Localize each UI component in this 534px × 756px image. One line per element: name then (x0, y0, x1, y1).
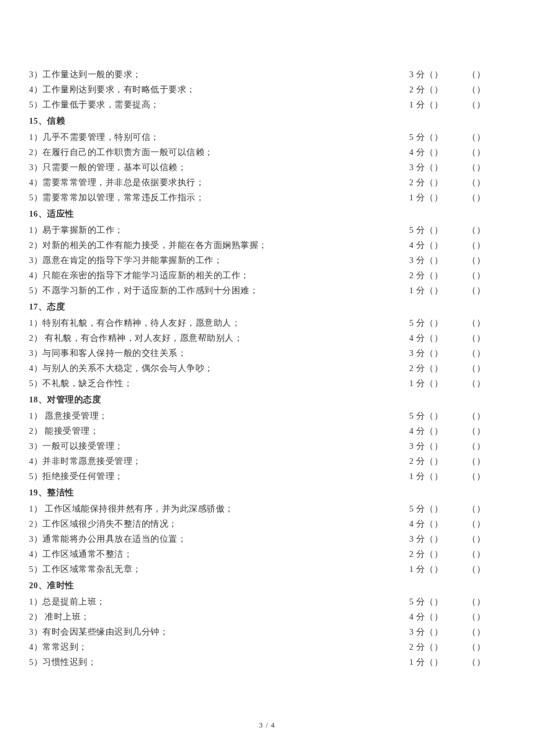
paren-open: （ (467, 441, 477, 451)
option-blank: （） (467, 609, 485, 624)
content-body: 3）工作量达到一般的要求；3 分（）（）4）工作量刚达到要求，有时略低于要求；2… (29, 67, 485, 669)
paren-close: ） (477, 597, 486, 606)
option-score: 5 分（） (409, 408, 467, 423)
option-text: 4）需要常常管理，并非总是依据要求执行； (29, 175, 409, 190)
option-text: 5）需要常常加以管理，常常违反工作指示； (29, 190, 409, 205)
paren-open: （ (425, 85, 434, 94)
paren-close: ） (434, 564, 443, 574)
paren-close: ） (434, 178, 443, 187)
option-score-value: 3 分 (409, 627, 425, 636)
option-row: 2）在履行自己的工作职责方面一般可以信赖；4 分（）（） (29, 145, 485, 160)
option-score: 1 分（） (409, 561, 467, 577)
paren-open: （ (467, 318, 477, 327)
option-blank: （） (467, 408, 485, 423)
option-row: 1）特别有礼貌，有合作精神，待人友好，愿意助人；5 分（）（） (29, 315, 485, 330)
option-score-value: 2 分 (409, 85, 425, 94)
option-text: 3）愿意在肯定的指导下学习并能掌握新的工作； (29, 253, 409, 268)
paren-close: ） (477, 100, 486, 109)
paren-close: ） (434, 504, 443, 513)
option-score: 2 分（） (409, 82, 467, 97)
option-blank: （） (467, 361, 485, 376)
option-row: 4）与别人的关系不大稳定，偶尔会与人争吵；2 分（）（） (29, 361, 485, 376)
paren-open: （ (425, 193, 434, 202)
option-score-value: 5 分 (409, 225, 425, 235)
option-score-value: 2 分 (409, 178, 425, 187)
option-text: 4）与别人的关系不大稳定，偶尔会与人争吵； (29, 361, 409, 376)
paren-open: （ (425, 549, 434, 559)
paren-open: （ (467, 597, 477, 606)
option-blank: （） (467, 315, 485, 330)
paren-open: （ (467, 85, 477, 94)
paren-open: （ (467, 627, 477, 636)
option-row: 3）一般可以接受管理；3 分（）（） (29, 438, 485, 453)
paren-close: ） (477, 612, 486, 621)
paren-close: ） (434, 147, 443, 157)
paren-close: ） (477, 132, 486, 142)
paren-close: ） (477, 348, 486, 358)
option-row: 2） 准时上班；4 分（）（） (29, 609, 485, 624)
paren-open: （ (467, 193, 477, 202)
option-score: 5 分（） (409, 501, 467, 516)
paren-close: ） (477, 549, 486, 559)
option-score-value: 5 分 (409, 411, 425, 420)
section-heading: 20、准时性 (29, 578, 485, 593)
paren-open: （ (425, 612, 434, 621)
paren-close: ） (477, 163, 486, 172)
paren-open: （ (425, 411, 434, 420)
option-text: 5）不礼貌，缺乏合作性； (29, 376, 409, 391)
paren-close: ） (477, 627, 486, 636)
page-footer: 3 / 4 (0, 721, 534, 730)
paren-open: （ (425, 504, 434, 513)
option-text: 4）常常迟到； (29, 639, 409, 654)
paren-open: （ (425, 348, 434, 358)
paren-close: ） (434, 348, 443, 358)
option-row: 4）只能在亲密的指导下才能学习适应新的相关的工作；2 分（）（） (29, 268, 485, 283)
paren-open: （ (425, 147, 434, 157)
paren-open: （ (425, 286, 434, 295)
option-row: 5）习惯性迟到；1 分（）（） (29, 654, 485, 669)
option-score: 4 分（） (409, 237, 467, 253)
option-score-value: 5 分 (409, 597, 425, 606)
paren-open: （ (467, 549, 477, 559)
option-text: 4）只能在亲密的指导下才能学习适应新的相关的工作； (29, 268, 409, 283)
option-score: 5 分（） (409, 594, 467, 609)
option-blank: （） (467, 82, 485, 97)
paren-open: （ (425, 178, 434, 187)
option-text: 2）工作区域很少消失不整洁的情况； (29, 516, 409, 531)
paren-close: ） (477, 471, 486, 481)
option-text: 4）并非时常愿意接受管理； (29, 453, 409, 469)
paren-open: （ (467, 348, 477, 358)
option-text: 2） 有礼貌，有合作精神，对人友好，愿意帮助别人； (29, 330, 409, 345)
paren-close: ） (477, 225, 486, 235)
section-heading-text: 16、适应性 (29, 206, 485, 221)
option-row: 3）通常能将办公用具放在适当的位置；3 分（）（） (29, 531, 485, 546)
paren-close: ） (434, 657, 443, 667)
option-score: 1 分（） (409, 376, 467, 391)
paren-open: （ (467, 271, 477, 280)
option-score-value: 1 分 (409, 564, 425, 574)
paren-open: （ (467, 612, 477, 621)
paren-close: ） (477, 411, 486, 420)
option-score: 3 分（） (409, 531, 467, 546)
option-score-value: 5 分 (409, 504, 425, 513)
option-row: 3）只需要一般的管理，基本可以信赖；3 分（）（） (29, 160, 485, 175)
paren-open: （ (467, 286, 477, 295)
paren-open: （ (425, 100, 434, 109)
paren-open: （ (425, 642, 434, 651)
option-blank: （） (467, 453, 485, 469)
option-blank: （） (467, 190, 485, 205)
paren-close: ） (477, 178, 486, 187)
paren-close: ） (434, 411, 443, 420)
page-number-sep: / (263, 721, 270, 729)
option-blank: （） (467, 594, 485, 609)
section-heading-text: 18、对管理的态度 (29, 392, 485, 407)
section-heading-text: 19、整洁性 (29, 485, 485, 500)
paren-open: （ (425, 225, 434, 235)
paren-open: （ (467, 163, 477, 172)
paren-close: ） (434, 132, 443, 142)
option-row: 5）工作量低于要求，需要提高；1 分（）（） (29, 97, 485, 112)
option-blank: （） (467, 283, 485, 298)
paren-close: ） (434, 426, 443, 435)
option-text: 3）一般可以接受管理； (29, 438, 409, 453)
paren-close: ） (434, 318, 443, 327)
